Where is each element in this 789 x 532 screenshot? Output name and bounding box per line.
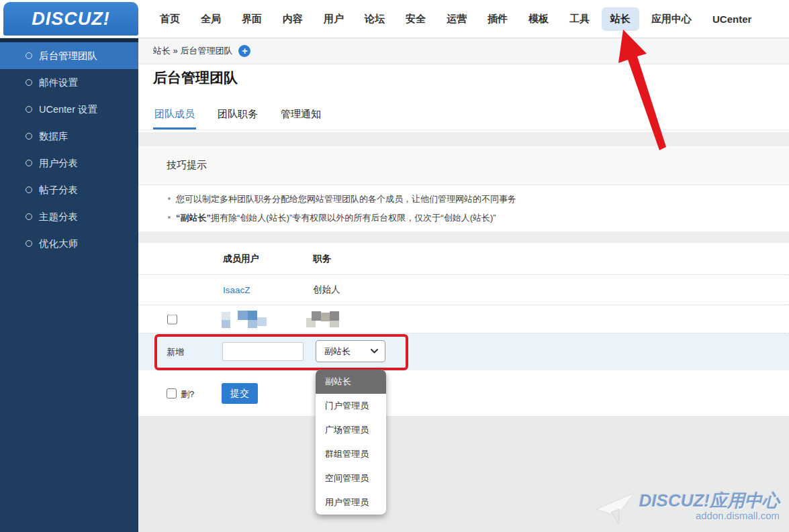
add-icon[interactable]: +: [238, 45, 250, 57]
tab-team-members[interactable]: 团队成员: [153, 104, 196, 129]
breadcrumb-path: 站长 » 后台管理团队: [153, 45, 232, 57]
sidebar-item-label: 数据库: [39, 130, 68, 143]
role-select[interactable]: 副站长: [316, 340, 385, 362]
nav-item-plugins[interactable]: 插件: [488, 13, 508, 25]
nav-item-content[interactable]: 内容: [283, 13, 303, 25]
submit-row: 删? 提交: [138, 370, 789, 416]
submit-button[interactable]: 提交: [222, 383, 258, 404]
delete-label: 删?: [181, 388, 194, 401]
circle-icon: [26, 52, 32, 59]
sidebar-item-admin-team[interactable]: 后台管理团队: [0, 42, 138, 69]
tip-item: “副站长”拥有除“创始人(站长)”专有权限以外的所有后台权限，仅次于“创始人(站…: [168, 212, 496, 224]
nav-item-tools[interactable]: 工具: [569, 13, 590, 25]
nav-item-global[interactable]: 全局: [201, 13, 221, 25]
nav-item-ui[interactable]: 界面: [242, 13, 262, 25]
column-header-member: 成员用户: [223, 253, 259, 265]
discuz-logo[interactable]: DISCUZ!: [3, 2, 138, 36]
chevron-down-icon: [371, 349, 378, 354]
sidebar-item-optimizer[interactable]: 优化大师: [0, 230, 138, 257]
sidebar-item-label: 邮件设置: [39, 76, 78, 89]
nav-item-operation[interactable]: 运营: [447, 13, 467, 25]
circle-icon: [26, 213, 32, 220]
sidebar-item-label: 主题分表: [39, 211, 78, 223]
nav-item-users[interactable]: 用户: [324, 13, 344, 25]
nav-item-app-center[interactable]: 应用中心: [651, 13, 692, 25]
table-row: [138, 305, 789, 333]
dropdown-option-portal-admin[interactable]: 门户管理员: [316, 394, 386, 418]
sidebar-item-ucenter-settings[interactable]: UCenter 设置: [0, 96, 138, 123]
dropdown-option-vice-webmaster[interactable]: 副站长: [316, 370, 386, 394]
sidebar-item-database[interactable]: 数据库: [0, 123, 138, 150]
circle-icon: [26, 106, 32, 113]
sidebar: 后台管理团队 邮件设置 UCenter 设置 数据库 用户分表 帖子分表 主题分…: [0, 38, 138, 532]
discuz-admin-page: 首页 全局 界面 内容 用户 论坛 安全 运营 插件 模板 工具 站长 应用中心…: [0, 0, 789, 532]
new-member-username-input[interactable]: [222, 342, 304, 361]
member-username-link[interactable]: IsaacZ: [223, 285, 250, 295]
circle-icon: [26, 133, 32, 140]
column-header-role: 职务: [313, 253, 331, 265]
table-row: IsaacZ 创始人: [138, 275, 789, 305]
add-member-row: 新增 副站长: [138, 333, 789, 370]
nav-item-ucenter[interactable]: UCenter: [712, 13, 751, 25]
section-divider: [138, 231, 789, 243]
tab-team-roles[interactable]: 团队职务: [216, 104, 259, 129]
page-title: 后台管理团队: [153, 68, 238, 87]
circle-icon: [26, 187, 32, 193]
nav-item-templates[interactable]: 模板: [528, 13, 549, 25]
dropdown-option-user-admin[interactable]: 用户管理员: [316, 490, 386, 515]
circle-icon: [26, 240, 32, 247]
member-delete-checkbox[interactable]: [167, 314, 177, 324]
nav-item-home[interactable]: 首页: [160, 13, 180, 25]
circle-icon: [26, 160, 32, 166]
tip-lead: “副站长”: [176, 213, 211, 223]
censored-role: [306, 311, 344, 327]
watermark: DISCUZ!应用中心 addon.dismall.com: [595, 492, 780, 527]
sidebar-item-label: 优化大师: [39, 237, 78, 250]
sidebar-item-label: 用户分表: [39, 157, 78, 170]
dropdown-option-space-admin[interactable]: 空间管理员: [316, 466, 386, 490]
sidebar-item-thread-sharding[interactable]: 主题分表: [0, 203, 138, 230]
sidebar-item-mail-settings[interactable]: 邮件设置: [0, 69, 138, 96]
watermark-title: DISCUZ!应用中心: [639, 492, 780, 510]
nav-item-forum[interactable]: 论坛: [365, 13, 385, 25]
nav-item-webmaster[interactable]: 站长: [602, 7, 639, 31]
sidebar-item-post-sharding[interactable]: 帖子分表: [0, 176, 138, 203]
tab-bar: 团队成员 团队职务 管理通知: [138, 104, 789, 130]
bullet-icon: [168, 197, 171, 200]
tab-admin-notice[interactable]: 管理通知: [279, 104, 322, 129]
bullet-icon: [168, 216, 171, 219]
table-header-row: 成员用户 职务: [138, 243, 789, 275]
circle-icon: [26, 79, 32, 86]
delete-checkbox[interactable]: [167, 388, 177, 398]
sidebar-item-label: UCenter 设置: [39, 103, 97, 116]
tip-text: 您可以制定多种团队职务分配给您网站管理团队的各个成员，让他们管理网站的不同事务: [176, 194, 516, 204]
sidebar-item-label: 后台管理团队: [39, 50, 97, 62]
tips-panel-header: 技巧提示: [138, 146, 789, 185]
role-dropdown-menu: 副站长 门户管理员 广场管理员 群组管理员 空间管理员 用户管理员: [316, 370, 386, 515]
nav-item-security[interactable]: 安全: [406, 13, 426, 25]
tip-item: 您可以制定多种团队职务分配给您网站管理团队的各个成员，让他们管理网站的不同事务: [168, 193, 516, 205]
dropdown-option-square-admin[interactable]: 广场管理员: [316, 418, 386, 442]
paper-plane-icon: [594, 490, 637, 528]
add-label: 新增: [167, 346, 184, 358]
sidebar-item-label: 帖子分表: [39, 184, 78, 197]
member-role: 创始人: [313, 284, 340, 296]
censored-username: [222, 311, 277, 328]
dropdown-option-group-admin[interactable]: 群组管理员: [316, 442, 386, 466]
breadcrumb: 站长 » 后台管理团队 +: [138, 38, 789, 64]
section-divider: [138, 132, 789, 146]
watermark-domain: addon.dismall.com: [639, 510, 780, 521]
tip-text: 拥有除“创始人(站长)”专有权限以外的所有后台权限，仅次于“创始人(站长)”: [211, 213, 496, 223]
role-select-value: 副站长: [324, 345, 351, 358]
top-nav: 首页 全局 界面 内容 用户 论坛 安全 运营 插件 模板 工具 站长 应用中心…: [160, 0, 751, 38]
sidebar-item-user-sharding[interactable]: 用户分表: [0, 150, 138, 176]
